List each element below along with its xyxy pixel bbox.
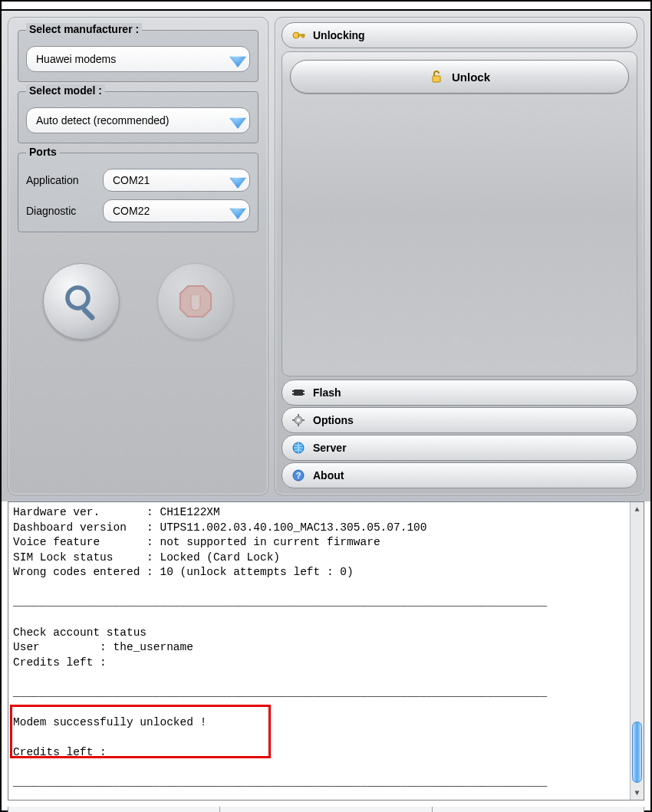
chip-icon [291, 386, 305, 399]
search-button[interactable] [43, 263, 120, 340]
magnifier-icon [61, 281, 102, 322]
scroll-up-icon[interactable]: ▲ [631, 502, 644, 516]
key-icon [291, 28, 305, 42]
unlock-button-label: Unlock [452, 71, 490, 84]
port-application-value: COM21 [113, 174, 150, 186]
action-button-row [16, 263, 260, 340]
chevron-down-icon [229, 172, 246, 189]
accordion-bottom-group: Flash Options Server ? [275, 378, 644, 495]
manufacturer-group: Select manufacturer : Huawei modems [18, 30, 258, 82]
ports-label: Ports [26, 146, 60, 158]
svg-point-13 [297, 419, 300, 422]
svg-point-0 [68, 288, 88, 308]
chevron-down-icon [229, 51, 246, 67]
svg-rect-11 [303, 393, 305, 395]
unlock-button[interactable]: Unlock [290, 60, 629, 94]
scroll-down-icon[interactable]: ▼ [631, 786, 644, 800]
chevron-down-icon [229, 112, 246, 129]
model-group: Select model : Auto detect (recommended) [18, 91, 258, 143]
accordion-about[interactable]: ? About [282, 462, 637, 488]
svg-rect-1 [81, 307, 95, 321]
unlock-icon [429, 69, 444, 84]
main-area: Select manufacturer : Huawei modems Sele… [2, 11, 650, 501]
log-text: Hardware ver. : CH1E122XM Dashboard vers… [8, 502, 644, 794]
log-area[interactable]: Hardware ver. : CH1E122XM Dashboard vers… [8, 501, 644, 800]
port-diagnostic-row: Diagnostic COM22 [26, 199, 250, 222]
ports-group: Ports Application COM21 Diagnostic COM22 [18, 153, 258, 232]
chevron-down-icon [229, 202, 246, 219]
model-label: Select model : [26, 84, 105, 97]
scroll-thumb[interactable] [632, 722, 642, 783]
svg-rect-5 [302, 35, 304, 38]
port-diagnostic-label: Diagnostic [26, 205, 95, 217]
right-panel: Unlocking Unlock Flash [275, 17, 644, 495]
left-panel: Select manufacturer : Huawei modems Sele… [8, 17, 268, 495]
svg-rect-10 [303, 390, 305, 392]
accordion-unlocking-label: Unlocking [313, 29, 365, 41]
help-icon: ? [291, 468, 305, 482]
app-window: Select manufacturer : Huawei modems Sele… [0, 0, 652, 812]
svg-rect-6 [433, 76, 440, 82]
manufacturer-combo[interactable]: Huawei modems [26, 46, 250, 72]
manufacturer-value: Huawei modems [36, 53, 116, 65]
manufacturer-label: Select manufacturer : [26, 23, 142, 35]
accordion-flash[interactable]: Flash [282, 380, 637, 406]
svg-rect-7 [294, 390, 303, 396]
accordion-options-label: Options [313, 414, 354, 426]
svg-text:?: ? [296, 471, 301, 480]
accordion-server-label: Server [313, 442, 347, 454]
window-topbar [2, 2, 650, 11]
port-diagnostic-value: COM22 [113, 205, 150, 217]
accordion-server[interactable]: Server [282, 435, 637, 461]
port-diagnostic-combo[interactable]: COM22 [103, 199, 250, 222]
status-cell [220, 807, 432, 812]
status-bar [8, 807, 644, 812]
accordion-about-label: About [313, 469, 344, 482]
accordion-unlocking[interactable]: Unlocking [282, 22, 637, 48]
model-combo[interactable]: Auto detect (recommended) [26, 107, 250, 133]
port-application-row: Application COM21 [26, 169, 250, 192]
port-application-combo[interactable]: COM21 [103, 169, 250, 192]
gear-icon [291, 413, 305, 427]
svg-rect-8 [292, 390, 294, 392]
stop-button [157, 263, 234, 340]
port-application-label: Application [26, 174, 95, 186]
stop-hand-icon [177, 283, 214, 320]
vertical-scrollbar[interactable]: ▲ ▼ [630, 502, 644, 800]
unlocking-panel: Unlock [282, 51, 637, 376]
accordion-options[interactable]: Options [282, 407, 637, 433]
svg-rect-9 [292, 393, 294, 395]
globe-icon [291, 441, 305, 455]
accordion-flash-label: Flash [313, 386, 341, 399]
status-cell [8, 807, 220, 812]
status-cell [433, 807, 644, 812]
model-value: Auto detect (recommended) [36, 114, 170, 127]
